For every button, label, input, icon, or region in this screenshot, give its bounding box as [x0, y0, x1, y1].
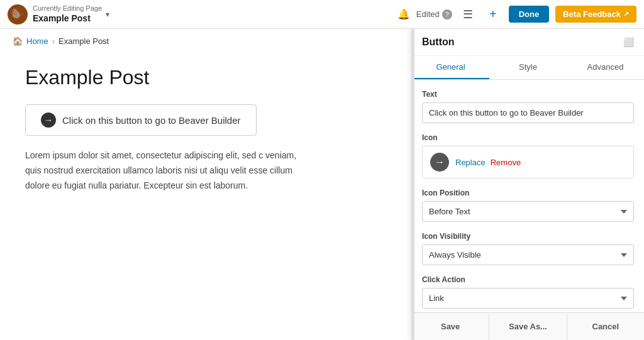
panel-header: Button ⬜: [412, 29, 644, 56]
lorem-text: Lorem ipsum dolor sit amet, consectetur …: [25, 148, 308, 193]
topbar-titles: Currently Editing Page Example Post: [33, 4, 102, 24]
menu-icon[interactable]: ☰: [458, 5, 477, 24]
button-arrow-icon: →: [41, 112, 56, 128]
breadcrumb-home-link[interactable]: Home: [26, 36, 48, 46]
page-area: 🏠 Home › Example Post Example Post → Cli…: [0, 29, 644, 340]
icon-position-select[interactable]: Before Text After Text: [422, 201, 634, 222]
panel-footer: Save Save As... Cancel: [412, 312, 644, 340]
icon-preview-box: → Replace Remove: [422, 146, 634, 178]
breadcrumb-separator: ›: [52, 36, 55, 46]
edited-status: Edited ?: [416, 9, 452, 19]
panel-tabs: General Style Advanced: [412, 56, 644, 80]
text-input[interactable]: [422, 102, 634, 123]
click-action-label: Click Action: [422, 275, 634, 284]
done-button[interactable]: Done: [509, 6, 550, 23]
icon-visibility-select[interactable]: Always Visible Hidden on Mobile: [422, 244, 634, 265]
plus-icon[interactable]: +: [484, 5, 502, 24]
replace-icon-link[interactable]: Replace: [455, 158, 486, 167]
click-action-select[interactable]: Link Lightbox None: [422, 288, 634, 309]
button-block-label: Click on this button to go to Beaver Bui…: [62, 115, 241, 126]
icon-preview: →: [430, 153, 449, 172]
icon-position-label: Icon Position: [422, 189, 634, 197]
topbar: 🦫 Currently Editing Page Example Post ▾ …: [0, 0, 644, 29]
tab-advanced[interactable]: Advanced: [567, 56, 644, 79]
icon-position-group: Icon Position Before Text After Text: [422, 189, 634, 222]
bell-icon[interactable]: 🔔: [397, 8, 410, 20]
save-button[interactable]: Save: [412, 313, 489, 340]
topbar-left: 🦫 Currently Editing Page Example Post ▾: [8, 4, 397, 25]
click-action-group: Click Action Link Lightbox None: [422, 275, 634, 309]
breadcrumb-current: Example Post: [58, 36, 109, 46]
avatar: 🦫: [8, 4, 28, 25]
topbar-right: 🔔 Edited ? ☰ + Done Beta Feedback ↗: [397, 5, 636, 24]
icon-field-group: Icon → Replace Remove: [422, 133, 634, 178]
save-as-button[interactable]: Save As...: [489, 313, 567, 340]
panel-square-icon[interactable]: ⬜: [623, 37, 634, 47]
topbar-subtitle: Currently Editing Page: [33, 4, 102, 13]
help-icon[interactable]: ?: [442, 9, 452, 19]
tab-general[interactable]: General: [412, 56, 489, 79]
panel-drag-handle[interactable]: [412, 29, 414, 340]
cancel-button[interactable]: Cancel: [567, 313, 644, 340]
tab-style[interactable]: Style: [489, 56, 567, 79]
text-field-group: Text: [422, 90, 634, 123]
home-icon: 🏠: [13, 36, 23, 46]
icon-visibility-group: Icon Visibility Always Visible Hidden on…: [422, 232, 634, 265]
icon-label: Icon: [422, 133, 634, 142]
text-label: Text: [422, 90, 634, 99]
external-link-icon: ↗: [623, 10, 629, 18]
icon-actions: Replace Remove: [455, 158, 521, 167]
panel-title: Button: [422, 36, 455, 48]
topbar-page-title: Example Post: [33, 13, 102, 24]
panel-body: Text Icon → Replace Remove Icon Position: [412, 80, 644, 312]
panel: Button ⬜ General Style Advanced Text: [411, 29, 644, 340]
icon-visibility-label: Icon Visibility: [422, 232, 634, 241]
button-block[interactable]: → Click on this button to go to Beaver B…: [25, 104, 257, 136]
chevron-down-icon[interactable]: ▾: [106, 10, 109, 19]
beta-feedback-button[interactable]: Beta Feedback ↗: [555, 6, 636, 23]
remove-icon-link[interactable]: Remove: [491, 158, 521, 167]
